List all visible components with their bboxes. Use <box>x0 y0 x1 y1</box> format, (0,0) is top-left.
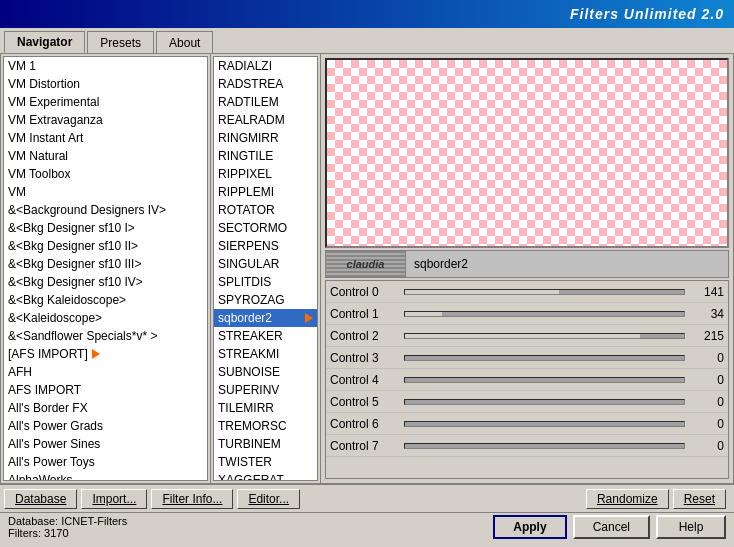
filter-item[interactable]: RIPPLEMI <box>214 183 317 201</box>
filter-item[interactable]: SPLITDIS <box>214 273 317 291</box>
filter-info-button[interactable]: Filter Info... <box>151 489 233 509</box>
control-slider[interactable] <box>404 399 685 405</box>
category-list[interactable]: VM 1VM DistortionVM ExperimentalVM Extra… <box>3 56 208 481</box>
control-value: 0 <box>689 395 724 409</box>
category-item[interactable]: VM <box>4 183 207 201</box>
control-label: Control 5 <box>330 395 400 409</box>
control-value: 34 <box>689 307 724 321</box>
editor-button[interactable]: Editor... <box>237 489 300 509</box>
control-value: 0 <box>689 417 724 431</box>
filter-list[interactable]: RADIALZIRADSTREARADTILEMREALRADMRINGMIRR… <box>213 56 318 481</box>
control-row: Control 0141 <box>326 281 728 303</box>
filter-item[interactable]: RADTILEM <box>214 93 317 111</box>
control-label: Control 1 <box>330 307 400 321</box>
status-filters: Filters: 3170 <box>8 527 127 539</box>
filter-item[interactable]: RADIALZI <box>214 57 317 75</box>
control-row: Control 30 <box>326 347 728 369</box>
action-buttons: Apply Cancel Help <box>493 515 726 539</box>
category-item[interactable]: [AFS IMPORT] <box>4 345 207 363</box>
category-item[interactable]: All's Power Toys <box>4 453 207 471</box>
tab-navigator[interactable]: Navigator <box>4 31 85 53</box>
filter-item[interactable]: SIERPENS <box>214 237 317 255</box>
help-button[interactable]: Help <box>656 515 726 539</box>
right-panel: claudia sqborder2 Control 0141Control 13… <box>321 54 733 483</box>
filter-item[interactable]: XAGGERAT <box>214 471 317 481</box>
category-item[interactable]: VM Distortion <box>4 75 207 93</box>
filter-item[interactable]: STREAKMI <box>214 345 317 363</box>
category-item[interactable]: &<Bkg Designer sf10 III> <box>4 255 207 273</box>
filter-item[interactable]: TURBINEM <box>214 435 317 453</box>
reset-button[interactable]: Reset <box>673 489 726 509</box>
control-slider-fill <box>405 290 559 294</box>
control-label: Control 6 <box>330 417 400 431</box>
filter-item[interactable]: RINGMIRR <box>214 129 317 147</box>
filter-item[interactable]: RINGTILE <box>214 147 317 165</box>
category-item[interactable]: VM Natural <box>4 147 207 165</box>
preview-checkerboard <box>327 60 727 246</box>
filter-item[interactable]: TREMORSC <box>214 417 317 435</box>
randomize-button[interactable]: Randomize <box>586 489 669 509</box>
filter-item[interactable]: sqborder2 <box>214 309 317 327</box>
database-button[interactable]: Database <box>4 489 77 509</box>
category-item[interactable]: VM Toolbox <box>4 165 207 183</box>
category-item[interactable]: AlphaWorks <box>4 471 207 481</box>
filter-item[interactable]: SECTORMO <box>214 219 317 237</box>
category-item[interactable]: All's Power Grads <box>4 417 207 435</box>
control-slider[interactable] <box>404 443 685 449</box>
category-item[interactable]: &<Bkg Kaleidoscope> <box>4 291 207 309</box>
filter-item[interactable]: ROTATOR <box>214 201 317 219</box>
tab-about[interactable]: About <box>156 31 213 53</box>
category-item[interactable]: &<Bkg Designer sf10 IV> <box>4 273 207 291</box>
tab-bar: Navigator Presets About <box>0 28 734 54</box>
status-left: Database: ICNET-Filters Filters: 3170 <box>8 515 127 539</box>
category-item[interactable]: &<Bkg Designer sf10 II> <box>4 237 207 255</box>
control-row: Control 50 <box>326 391 728 413</box>
cancel-button[interactable]: Cancel <box>573 515 650 539</box>
category-item[interactable]: VM 1 <box>4 57 207 75</box>
category-item[interactable]: &<Bkg Designer sf10 I> <box>4 219 207 237</box>
control-slider[interactable] <box>404 355 685 361</box>
control-label: Control 4 <box>330 373 400 387</box>
category-item[interactable]: All's Border FX <box>4 399 207 417</box>
control-slider[interactable] <box>404 333 685 339</box>
filter-item[interactable]: STREAKER <box>214 327 317 345</box>
control-value: 0 <box>689 439 724 453</box>
control-value: 0 <box>689 373 724 387</box>
filter-item[interactable]: REALRADM <box>214 111 317 129</box>
category-item[interactable]: &<Kaleidoscope> <box>4 309 207 327</box>
control-slider[interactable] <box>404 311 685 317</box>
import-button[interactable]: Import... <box>81 489 147 509</box>
control-label: Control 3 <box>330 351 400 365</box>
status-bar: Database: ICNET-Filters Filters: 3170 Ap… <box>0 512 734 540</box>
control-slider-fill <box>405 312 442 316</box>
category-item[interactable]: &<Background Designers IV> <box>4 201 207 219</box>
filter-item[interactable]: RIPPIXEL <box>214 165 317 183</box>
filter-item[interactable]: SUBNOISE <box>214 363 317 381</box>
status-database-value: ICNET-Filters <box>61 515 127 527</box>
controls-area: Control 0141Control 134Control 2215Contr… <box>325 280 729 479</box>
arrow-icon <box>92 349 100 359</box>
bottom-toolbar: Database Import... Filter Info... Editor… <box>0 484 734 512</box>
filter-item[interactable]: SPYROZAG <box>214 291 317 309</box>
control-row: Control 2215 <box>326 325 728 347</box>
title-bar: Filters Unlimited 2.0 <box>0 0 734 28</box>
control-slider[interactable] <box>404 289 685 295</box>
filter-item[interactable]: SUPERINV <box>214 381 317 399</box>
category-item[interactable]: All's Power Sines <box>4 435 207 453</box>
filter-item[interactable]: RADSTREA <box>214 75 317 93</box>
filter-item[interactable]: TILEMIRR <box>214 399 317 417</box>
filter-name-strip: claudia sqborder2 <box>325 250 729 278</box>
control-slider[interactable] <box>404 421 685 427</box>
category-item[interactable]: VM Extravaganza <box>4 111 207 129</box>
filter-name-label: sqborder2 <box>406 257 476 271</box>
category-item[interactable]: VM Instant Art <box>4 129 207 147</box>
category-item[interactable]: AFS IMPORT <box>4 381 207 399</box>
filter-item[interactable]: TWISTER <box>214 453 317 471</box>
category-item[interactable]: VM Experimental <box>4 93 207 111</box>
category-item[interactable]: &<Sandflower Specials*v* > <box>4 327 207 345</box>
tab-presets[interactable]: Presets <box>87 31 154 53</box>
apply-button[interactable]: Apply <box>493 515 566 539</box>
control-slider[interactable] <box>404 377 685 383</box>
category-item[interactable]: AFH <box>4 363 207 381</box>
filter-item[interactable]: SINGULAR <box>214 255 317 273</box>
